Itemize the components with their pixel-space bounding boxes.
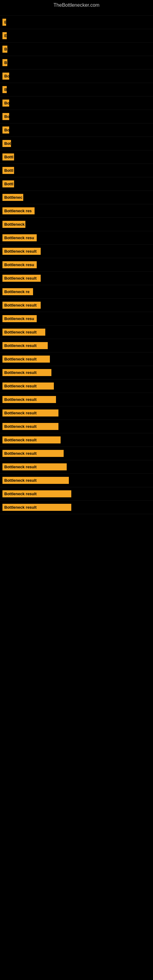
bottleneck-label: Bottleneck result: [2, 504, 71, 511]
list-item: Bottleneck result: [0, 272, 153, 285]
bottleneck-label: Bottleneck result: [2, 302, 41, 309]
list-item: Bottleneck result: [0, 460, 153, 474]
bottleneck-label: Bottleneck result: [2, 423, 59, 430]
list-item: Bottleneck result: [0, 353, 153, 366]
bottleneck-label: Bottl: [2, 180, 14, 188]
bottleneck-label: Bo: [2, 126, 9, 134]
list-item: Bottleneck result: [0, 420, 153, 433]
bottleneck-label: Bottleneck resu: [2, 315, 37, 322]
bottleneck-label: Bottlenec: [2, 194, 23, 201]
list-item: Bottleneck result: [0, 379, 153, 393]
list-item: Bottleneck result: [0, 474, 153, 487]
bottleneck-label: Bottleneck result: [2, 436, 61, 444]
bottleneck-label: Bottleneck resu: [2, 261, 37, 268]
bottleneck-label: Bottleneck: [2, 221, 26, 228]
list-item: Bottl: [0, 177, 153, 191]
bottleneck-label: Bottleneck resu: [2, 234, 37, 241]
list-item: Bo: [0, 97, 153, 110]
bottleneck-label: Bottleneck result: [2, 356, 50, 363]
list-item: Bottleneck result: [0, 393, 153, 406]
bottleneck-label: Bottl: [2, 167, 14, 174]
bottleneck-label: Bottleneck res: [2, 207, 35, 215]
bottleneck-label: Bottleneck result: [2, 409, 59, 417]
list-item: B: [0, 83, 153, 97]
list-item: [0, 9, 153, 16]
list-item: Bo: [0, 123, 153, 137]
bottleneck-label: Bottleneck result: [2, 342, 48, 349]
bottleneck-label: Bottleneck result: [2, 329, 45, 336]
list-item: Bottleneck resu: [0, 258, 153, 272]
bottleneck-label: B: [2, 86, 7, 93]
list-item: Bottleneck re: [0, 285, 153, 299]
list-item: Bottleneck resu: [0, 312, 153, 326]
bottleneck-label: Bo: [2, 100, 9, 107]
list-item: Bot: [0, 137, 153, 150]
list-item: Bottlenec: [0, 191, 153, 204]
bottleneck-label: Bottleneck result: [2, 248, 41, 255]
bottleneck-label: Bo: [2, 113, 9, 120]
list-item: Bottleneck result: [0, 487, 153, 501]
bottleneck-label: E: [2, 19, 6, 26]
list-item: Bottl: [0, 150, 153, 164]
bottleneck-label: E: [2, 32, 7, 39]
list-item: Bo: [0, 110, 153, 123]
bottleneck-label: Bot: [2, 140, 11, 147]
list-item: Bottleneck: [0, 218, 153, 231]
list-item: Bottleneck result: [0, 433, 153, 447]
list-item: E: [0, 16, 153, 29]
site-title: TheBottlenecker.com: [0, 0, 153, 9]
list-item: Bottleneck result: [0, 501, 153, 514]
bottleneck-label: Bottleneck re: [2, 288, 33, 295]
bottleneck-label: Bottleneck result: [2, 396, 56, 403]
bottleneck-label: Bottleneck result: [2, 463, 67, 470]
items-container: EEBBBoBBoBoBoBotBottlBottlBottlBottlenec…: [0, 9, 153, 514]
bottleneck-label: Bo: [2, 73, 9, 80]
list-item: Bottleneck result: [0, 299, 153, 312]
list-item: Bottleneck result: [0, 339, 153, 353]
bottleneck-label: B: [2, 46, 7, 52]
list-item: B: [0, 56, 153, 70]
list-item: Bottleneck result: [0, 406, 153, 420]
list-item: Bo: [0, 70, 153, 83]
list-item: Bottl: [0, 164, 153, 177]
list-item: Bottleneck res: [0, 204, 153, 218]
bottleneck-label: Bottleneck result: [2, 450, 64, 457]
list-item: B: [0, 43, 153, 56]
list-item: E: [0, 29, 153, 43]
bottleneck-label: Bottleneck result: [2, 369, 51, 376]
list-item: Bottleneck result: [0, 326, 153, 339]
bottleneck-label: B: [2, 59, 7, 66]
bottleneck-label: Bottleneck result: [2, 275, 41, 282]
list-item: Bottleneck resu: [0, 231, 153, 245]
bottleneck-label: Bottleneck result: [2, 490, 71, 497]
bottleneck-label: Bottleneck result: [2, 382, 54, 390]
list-item: Bottleneck result: [0, 245, 153, 258]
bottleneck-label: Bottl: [2, 153, 14, 161]
bottleneck-label: Bottleneck result: [2, 477, 69, 484]
list-item: Bottleneck result: [0, 366, 153, 379]
list-item: Bottleneck result: [0, 447, 153, 460]
